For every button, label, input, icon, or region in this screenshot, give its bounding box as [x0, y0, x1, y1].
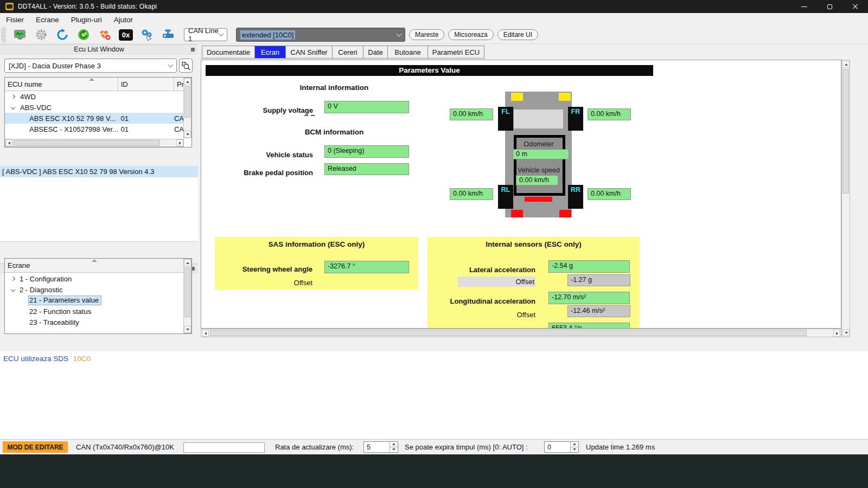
spinner-up-icon[interactable]: [390, 442, 398, 447]
ecu-group-label: 4WD: [20, 93, 36, 101]
ecran-tree-panel: Ecrane 1 - Configuration 2 - Diagnostic …: [4, 258, 192, 334]
menu-plugin-uri[interactable]: Plugin-uri: [65, 16, 108, 24]
ecu-scan-button[interactable]: [179, 59, 193, 73]
chevron-down-icon[interactable]: [11, 287, 15, 292]
log-entry-code: 10C0: [71, 355, 91, 363]
ecu-file-combo[interactable]: extended [10C0]: [236, 28, 405, 42]
edit-mode-badge: MOD DE EDITARE: [3, 441, 68, 453]
ecu-table-header: ECU nume ID Pr: [5, 78, 184, 91]
chevron-down-icon: [168, 62, 174, 68]
spinner-down-icon[interactable]: [390, 447, 398, 453]
tree-item-traceability[interactable]: 23 - Traceability: [5, 317, 184, 328]
ecu-tree: 4WD ABS-VDC ABS ESC X10 52 79 98 V... 01…: [5, 91, 184, 139]
ecu-table-vscrollbar[interactable]: [183, 78, 192, 138]
can-line-combo[interactable]: CAN Line 1: [184, 28, 227, 41]
ecran-header-label: Ecrane: [8, 261, 30, 269]
tree-item-function-status[interactable]: 22 - Function status: [5, 306, 184, 317]
chevron-right-icon[interactable]: [11, 94, 15, 99]
timeout-spinner[interactable]: 0: [544, 441, 579, 453]
tree-item-configuration[interactable]: 1 - Configuration: [5, 273, 184, 284]
taillight-right: [559, 210, 571, 217]
ecu-list-window-titlebar[interactable]: Ecu List Window: [0, 44, 198, 54]
sort-caret-icon: [92, 259, 97, 262]
diagnostics-heartbeat-icon[interactable]: [98, 28, 112, 41]
tab-documentatie[interactable]: Documentatie: [202, 46, 255, 59]
maximize-button[interactable]: [817, 0, 843, 13]
main-hscrollbar[interactable]: [201, 329, 841, 337]
timeout-label: Se poate expira timpul (ms) [0: AUTO] :: [405, 443, 528, 451]
hex-mode-label: 0x: [119, 29, 133, 41]
internal-info-header: Internal information: [242, 84, 426, 92]
tree-item-parameters-value[interactable]: 21 - Parameters value: [5, 295, 184, 306]
wheel-fl: FL: [498, 107, 513, 131]
plugin-gears-icon[interactable]: [140, 28, 154, 41]
app-icon: [5, 3, 14, 10]
taillight-left: [511, 210, 523, 217]
edit-ui-button[interactable]: Editare UI: [497, 29, 538, 40]
menu-ajutor[interactable]: Ajutor: [108, 16, 139, 24]
longitudinal-accel-value: -12.70 m/s²: [548, 292, 630, 304]
ecran-tree-header[interactable]: Ecrane: [5, 259, 184, 273]
chevron-down-icon: [397, 31, 402, 37]
spinner-down-icon[interactable]: [571, 447, 578, 453]
sensors-panel-title: Internal sensors (ESC only): [427, 240, 640, 248]
ecu-proto-cell: CA: [174, 125, 184, 133]
tab-ecran[interactable]: Ecran: [255, 46, 286, 59]
zoom-in-button[interactable]: Mareste: [409, 29, 444, 40]
spinner-up-icon[interactable]: [571, 442, 578, 447]
status-filter-input[interactable]: [183, 442, 265, 453]
tab-can-sniffer[interactable]: CAN Sniffer: [286, 46, 333, 59]
chevron-right-icon[interactable]: [11, 277, 15, 281]
main-vscrollbar[interactable]: [841, 60, 850, 337]
tab-parametri-ecu[interactable]: Parametri ECU: [428, 46, 484, 59]
logs-content[interactable]: ECU utilizeaza SDS 10C0: [0, 351, 868, 439]
tree-item-diagnostic[interactable]: 2 - Diagnostic: [5, 284, 184, 295]
reconnect-blue-icon[interactable]: [55, 28, 69, 41]
chevron-down-icon[interactable]: [11, 105, 15, 110]
vehicle-status-value: 0 (Sleeping): [324, 145, 409, 158]
column-id[interactable]: ID: [118, 78, 174, 91]
brake-light-bar: [525, 197, 552, 202]
menu-ecrane[interactable]: Ecrane: [30, 16, 65, 24]
yaw-rate-value: 6553.4 °/s: [548, 323, 630, 329]
ecu-proto-cell: CA: [174, 114, 184, 123]
vehicle-select-combo[interactable]: [XJD] - Dacia Duster Phase 3: [4, 59, 177, 73]
longitudinal-offset-value: -12.46 m/s²: [567, 305, 630, 317]
ecu-name-cell: ABSESC - X10527998 Ver...: [5, 125, 119, 133]
vehicle-select-value: [XJD] - Dacia Duster Phase 3: [9, 62, 101, 70]
refresh-rate-spinner[interactable]: 5: [363, 441, 398, 453]
toolbar-grip[interactable]: [1, 27, 6, 42]
refresh-green-icon[interactable]: [76, 28, 91, 41]
ecu-row-selected[interactable]: ABS ESC X10 52 79 98 V... 01 CA: [5, 113, 184, 124]
ecu-group-4wd[interactable]: 4WD: [5, 91, 184, 102]
ecran-tree: 1 - Configuration 2 - Diagnostic 21 - Pa…: [5, 273, 184, 334]
pin-icon[interactable]: [191, 48, 195, 52]
vehicle-speed-value: 0.00 km/h: [516, 175, 558, 185]
ecu-row[interactable]: ABSESC - X10527998 Ver... 01 CA: [5, 124, 184, 134]
ecran-tree-vscrollbar[interactable]: [183, 259, 192, 333]
tab-date[interactable]: Date: [363, 46, 388, 59]
menu-fisier[interactable]: Fisier: [0, 16, 30, 24]
main-tabbar: Documentatie Ecran CAN Sniffer Cereri Da…: [202, 46, 484, 59]
hex-mode-icon[interactable]: 0x: [119, 28, 133, 41]
close-button[interactable]: [843, 0, 868, 13]
ecu-group-abs-vdc[interactable]: ABS-VDC: [5, 102, 184, 113]
column-protocol[interactable]: Pr: [174, 78, 184, 91]
minimize-button[interactable]: [792, 0, 817, 13]
update-time-text: Update time 1.269 ms: [586, 443, 655, 451]
column-ecu-name[interactable]: ECU nume: [5, 78, 118, 91]
tab-cereri[interactable]: Cereri: [333, 46, 363, 59]
valve-icon[interactable]: [161, 28, 175, 41]
vehicle-speed-label: Vehicle speed: [514, 166, 564, 174]
wheel-rr: RR: [568, 185, 583, 209]
wheel-speed-fl-value: 0.00 km/h: [450, 108, 493, 120]
menubar: Fisier Ecrane Plugin-uri Ajutor: [0, 13, 868, 26]
zoom-out-button[interactable]: Micsoreaza: [448, 29, 493, 40]
slider-dash-icon: [304, 115, 308, 116]
tab-butoane[interactable]: Butoane: [388, 46, 428, 59]
taskbar: 10°C Mostly cloudy Căutare: [0, 454, 868, 488]
gear-face-icon[interactable]: [34, 28, 48, 41]
screen-monitor-icon[interactable]: [13, 28, 27, 41]
ecu-window-item[interactable]: [ ABS-VDC ] ABS ESC X10 52 79 98 Version…: [0, 166, 198, 177]
ecu-table-hscrollbar[interactable]: [5, 139, 184, 147]
